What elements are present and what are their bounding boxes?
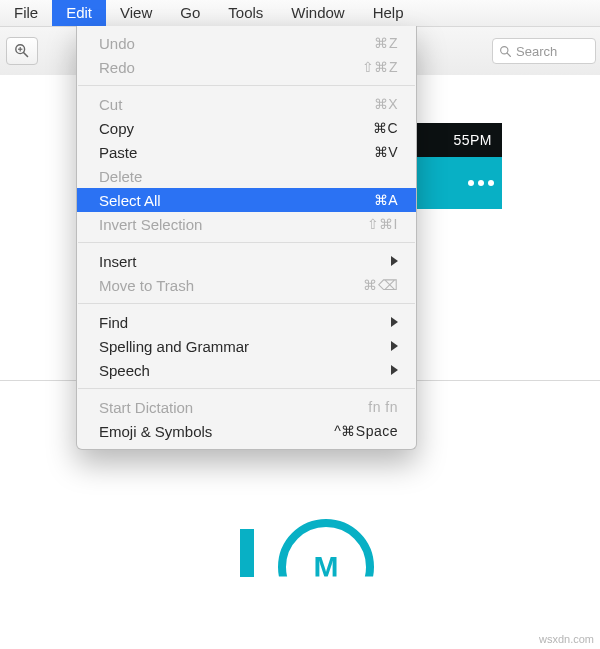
svg-line-1 <box>24 53 28 57</box>
menu-item-shortcut: ^⌘Space <box>334 423 398 439</box>
menu-item-label: Move to Trash <box>99 277 363 294</box>
menu-separator <box>78 388 415 389</box>
menu-item-shortcut: ⌘⌫ <box>363 277 398 293</box>
menu-item-label: Find <box>99 314 391 331</box>
menu-window[interactable]: Window <box>277 0 358 26</box>
submenu-arrow-icon <box>391 341 398 351</box>
edit-menu-dropdown: Undo⌘ZRedo⇧⌘ZCut⌘XCopy⌘CPaste⌘VDeleteSel… <box>76 26 417 450</box>
menu-item-shortcut: ⇧⌘I <box>367 216 398 232</box>
menu-item-copy[interactable]: Copy⌘C <box>77 116 416 140</box>
menu-item-shortcut: ⌘C <box>373 120 398 136</box>
watermark: wsxdn.com <box>539 633 594 645</box>
search-input[interactable]: Search <box>492 38 596 64</box>
zoom-out-button[interactable] <box>6 37 38 65</box>
menu-item-insert[interactable]: Insert <box>77 249 416 273</box>
menu-separator <box>78 242 415 243</box>
menu-item-label: Select All <box>99 192 374 209</box>
search-icon <box>499 45 512 58</box>
menu-item-start-dictation: Start Dictationfn fn <box>77 395 416 419</box>
submenu-arrow-icon <box>391 256 398 266</box>
menu-item-move-to-trash: Move to Trash⌘⌫ <box>77 273 416 297</box>
menu-separator <box>78 303 415 304</box>
menu-item-invert-selection: Invert Selection⇧⌘I <box>77 212 416 236</box>
menu-item-shortcut: ⌘V <box>374 144 398 160</box>
menu-item-shortcut: fn fn <box>368 399 398 415</box>
menu-item-label: Spelling and Grammar <box>99 338 391 355</box>
menu-item-emoji-symbols[interactable]: Emoji & Symbols^⌘Space <box>77 419 416 443</box>
menu-item-label: Cut <box>99 96 374 113</box>
menu-item-find[interactable]: Find <box>77 310 416 334</box>
menu-item-label: Undo <box>99 35 374 52</box>
menu-item-label: Start Dictation <box>99 399 368 416</box>
menu-item-label: Paste <box>99 144 374 161</box>
menu-help[interactable]: Help <box>359 0 418 26</box>
menu-separator <box>78 85 415 86</box>
menu-item-paste[interactable]: Paste⌘V <box>77 140 416 164</box>
teal-logo-icon: M <box>240 529 360 599</box>
menu-item-select-all[interactable]: Select All⌘A <box>77 188 416 212</box>
svg-line-5 <box>507 53 510 56</box>
menu-item-label: Invert Selection <box>99 216 367 233</box>
menu-view[interactable]: View <box>106 0 166 26</box>
submenu-arrow-icon <box>391 365 398 375</box>
magnifier-plus-icon <box>14 43 30 59</box>
menu-item-label: Speech <box>99 362 391 379</box>
menu-item-spelling[interactable]: Spelling and Grammar <box>77 334 416 358</box>
menu-item-label: Delete <box>99 168 398 185</box>
search-placeholder: Search <box>516 44 557 59</box>
menu-go[interactable]: Go <box>166 0 214 26</box>
menu-item-label: Redo <box>99 59 362 76</box>
submenu-arrow-icon <box>391 317 398 327</box>
menu-item-shortcut: ⌘X <box>374 96 398 112</box>
menu-item-delete: Delete <box>77 164 416 188</box>
menu-item-shortcut: ⌘A <box>374 192 398 208</box>
menu-item-label: Insert <box>99 253 391 270</box>
menu-item-shortcut: ⇧⌘Z <box>362 59 398 75</box>
menu-tools[interactable]: Tools <box>214 0 277 26</box>
overflow-icon <box>478 180 484 186</box>
menu-item-shortcut: ⌘Z <box>374 35 398 51</box>
menu-item-cut: Cut⌘X <box>77 92 416 116</box>
menu-item-redo: Redo⇧⌘Z <box>77 55 416 79</box>
menu-item-label: Copy <box>99 120 373 137</box>
menubar: FileEditViewGoToolsWindowHelp <box>0 0 600 27</box>
menu-item-undo: Undo⌘Z <box>77 31 416 55</box>
menu-item-label: Emoji & Symbols <box>99 423 334 440</box>
phone-time: 55PM <box>453 132 492 148</box>
menu-file[interactable]: File <box>0 0 52 26</box>
menu-item-speech[interactable]: Speech <box>77 358 416 382</box>
menu-edit[interactable]: Edit <box>52 0 106 26</box>
